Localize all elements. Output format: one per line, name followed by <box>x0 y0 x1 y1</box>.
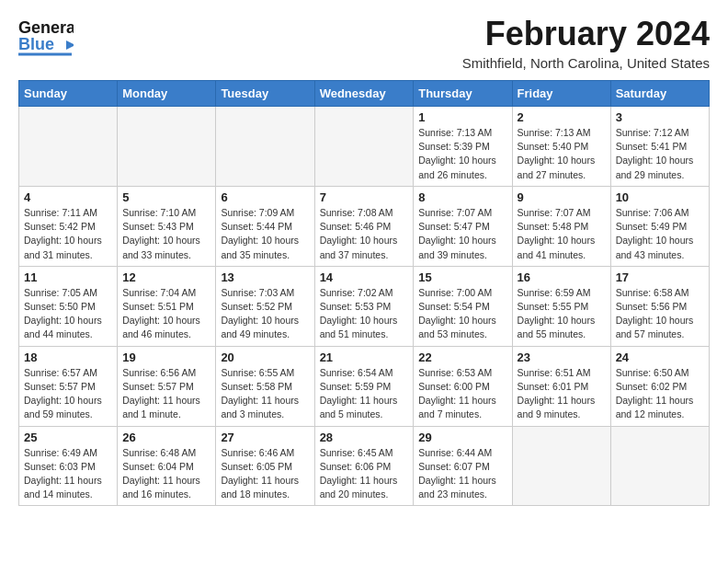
week-row-3: 11Sunrise: 7:05 AMSunset: 5:50 PMDayligh… <box>19 266 710 346</box>
calendar-cell: 26Sunrise: 6:48 AMSunset: 6:04 PMDayligh… <box>118 426 216 506</box>
day-number: 11 <box>24 270 112 284</box>
day-info: Sunrise: 7:05 AMSunset: 5:50 PMDaylight:… <box>24 286 112 342</box>
logo-icon: General Blue <box>18 15 74 60</box>
day-number: 24 <box>616 350 704 364</box>
day-info: Sunrise: 6:45 AMSunset: 6:06 PMDaylight:… <box>320 446 409 502</box>
day-info: Sunrise: 6:44 AMSunset: 6:07 PMDaylight:… <box>418 446 506 502</box>
calendar-cell: 12Sunrise: 7:04 AMSunset: 5:51 PMDayligh… <box>118 266 216 346</box>
header-day-tuesday: Tuesday <box>216 81 314 107</box>
day-number: 2 <box>518 110 606 124</box>
calendar-cell: 18Sunrise: 6:57 AMSunset: 5:57 PMDayligh… <box>19 346 118 426</box>
calendar-cell: 11Sunrise: 7:05 AMSunset: 5:50 PMDayligh… <box>19 266 118 346</box>
calendar-cell: 28Sunrise: 6:45 AMSunset: 6:06 PMDayligh… <box>314 426 414 506</box>
day-info: Sunrise: 6:51 AMSunset: 6:01 PMDaylight:… <box>518 366 606 422</box>
day-info: Sunrise: 7:02 AMSunset: 5:53 PMDaylight:… <box>320 286 409 342</box>
day-number: 19 <box>122 350 210 364</box>
subtitle: Smithfield, North Carolina, United State… <box>462 55 710 71</box>
day-info: Sunrise: 7:00 AMSunset: 5:54 PMDaylight:… <box>418 286 506 342</box>
calendar-cell <box>610 426 709 506</box>
day-number: 16 <box>518 270 606 284</box>
svg-text:Blue: Blue <box>18 35 54 53</box>
day-number: 23 <box>518 350 606 364</box>
header-day-sunday: Sunday <box>19 81 118 107</box>
day-number: 5 <box>122 190 210 204</box>
calendar-cell: 14Sunrise: 7:02 AMSunset: 5:53 PMDayligh… <box>314 266 414 346</box>
calendar-cell: 1Sunrise: 7:13 AMSunset: 5:39 PMDaylight… <box>414 107 512 187</box>
calendar-cell: 20Sunrise: 6:55 AMSunset: 5:58 PMDayligh… <box>216 346 314 426</box>
day-number: 28 <box>320 431 409 444</box>
header-day-wednesday: Wednesday <box>314 81 414 107</box>
day-number: 1 <box>418 110 506 124</box>
week-row-5: 25Sunrise: 6:49 AMSunset: 6:03 PMDayligh… <box>19 426 710 506</box>
main-title: February 2024 <box>462 15 710 53</box>
day-number: 12 <box>122 270 210 284</box>
day-info: Sunrise: 7:13 AMSunset: 5:39 PMDaylight:… <box>418 126 506 182</box>
day-info: Sunrise: 7:07 AMSunset: 5:48 PMDaylight:… <box>518 206 606 262</box>
calendar-cell: 6Sunrise: 7:09 AMSunset: 5:44 PMDaylight… <box>216 186 314 266</box>
calendar-cell: 21Sunrise: 6:54 AMSunset: 5:59 PMDayligh… <box>314 346 414 426</box>
calendar-cell: 10Sunrise: 7:06 AMSunset: 5:49 PMDayligh… <box>610 186 709 266</box>
day-info: Sunrise: 6:50 AMSunset: 6:02 PMDaylight:… <box>616 366 704 422</box>
calendar-cell: 29Sunrise: 6:44 AMSunset: 6:07 PMDayligh… <box>414 426 512 506</box>
calendar-cell: 2Sunrise: 7:13 AMSunset: 5:40 PMDaylight… <box>512 107 610 187</box>
week-row-4: 18Sunrise: 6:57 AMSunset: 5:57 PMDayligh… <box>19 346 710 426</box>
day-number: 8 <box>418 190 506 204</box>
calendar-cell <box>216 107 314 187</box>
calendar-cell: 3Sunrise: 7:12 AMSunset: 5:41 PMDaylight… <box>610 107 709 187</box>
title-area: February 2024 Smithfield, North Carolina… <box>462 15 710 71</box>
day-info: Sunrise: 6:59 AMSunset: 5:55 PMDaylight:… <box>518 286 606 342</box>
day-info: Sunrise: 7:13 AMSunset: 5:40 PMDaylight:… <box>518 126 606 182</box>
calendar-cell: 25Sunrise: 6:49 AMSunset: 6:03 PMDayligh… <box>19 426 118 506</box>
day-info: Sunrise: 6:58 AMSunset: 5:56 PMDaylight:… <box>616 286 704 342</box>
calendar-body: 1Sunrise: 7:13 AMSunset: 5:39 PMDaylight… <box>19 107 710 506</box>
day-info: Sunrise: 7:08 AMSunset: 5:46 PMDaylight:… <box>320 206 409 262</box>
day-info: Sunrise: 7:10 AMSunset: 5:43 PMDaylight:… <box>122 206 210 262</box>
calendar-table: SundayMondayTuesdayWednesdayThursdayFrid… <box>18 80 710 506</box>
svg-marker-2 <box>66 40 74 50</box>
calendar-cell <box>19 107 118 187</box>
calendar-cell: 8Sunrise: 7:07 AMSunset: 5:47 PMDaylight… <box>414 186 512 266</box>
calendar-cell: 7Sunrise: 7:08 AMSunset: 5:46 PMDaylight… <box>314 186 414 266</box>
day-number: 10 <box>616 190 704 204</box>
day-number: 6 <box>221 190 309 204</box>
day-info: Sunrise: 7:11 AMSunset: 5:42 PMDaylight:… <box>24 206 112 262</box>
calendar-cell: 16Sunrise: 6:59 AMSunset: 5:55 PMDayligh… <box>512 266 610 346</box>
day-info: Sunrise: 7:07 AMSunset: 5:47 PMDaylight:… <box>418 206 506 262</box>
svg-text:General: General <box>18 18 74 37</box>
day-info: Sunrise: 6:57 AMSunset: 5:57 PMDaylight:… <box>24 366 112 422</box>
calendar-cell <box>118 107 216 187</box>
day-info: Sunrise: 6:48 AMSunset: 6:04 PMDaylight:… <box>122 446 210 502</box>
calendar-cell <box>314 107 414 187</box>
day-number: 18 <box>24 350 112 364</box>
day-info: Sunrise: 6:53 AMSunset: 6:00 PMDaylight:… <box>418 366 506 422</box>
calendar-cell: 17Sunrise: 6:58 AMSunset: 5:56 PMDayligh… <box>610 266 709 346</box>
day-number: 29 <box>418 431 506 444</box>
day-number: 21 <box>320 350 409 364</box>
header-row: SundayMondayTuesdayWednesdayThursdayFrid… <box>19 81 710 107</box>
day-number: 4 <box>24 190 112 204</box>
calendar-cell: 4Sunrise: 7:11 AMSunset: 5:42 PMDaylight… <box>19 186 118 266</box>
day-info: Sunrise: 7:04 AMSunset: 5:51 PMDaylight:… <box>122 286 210 342</box>
day-info: Sunrise: 6:55 AMSunset: 5:58 PMDaylight:… <box>221 366 309 422</box>
week-row-1: 1Sunrise: 7:13 AMSunset: 5:39 PMDaylight… <box>19 107 710 187</box>
day-number: 25 <box>24 431 112 444</box>
logo: General Blue <box>18 15 77 60</box>
day-info: Sunrise: 6:54 AMSunset: 5:59 PMDaylight:… <box>320 366 409 422</box>
header-day-monday: Monday <box>118 81 216 107</box>
calendar-cell: 15Sunrise: 7:00 AMSunset: 5:54 PMDayligh… <box>414 266 512 346</box>
header-day-saturday: Saturday <box>610 81 709 107</box>
day-info: Sunrise: 7:12 AMSunset: 5:41 PMDaylight:… <box>616 126 704 182</box>
week-row-2: 4Sunrise: 7:11 AMSunset: 5:42 PMDaylight… <box>19 186 710 266</box>
day-info: Sunrise: 7:03 AMSunset: 5:52 PMDaylight:… <box>221 286 309 342</box>
day-number: 20 <box>221 350 309 364</box>
day-info: Sunrise: 7:06 AMSunset: 5:49 PMDaylight:… <box>616 206 704 262</box>
day-number: 3 <box>616 110 704 124</box>
day-number: 7 <box>320 190 409 204</box>
day-info: Sunrise: 7:09 AMSunset: 5:44 PMDaylight:… <box>221 206 309 262</box>
day-number: 27 <box>221 431 309 444</box>
calendar-cell: 22Sunrise: 6:53 AMSunset: 6:00 PMDayligh… <box>414 346 512 426</box>
day-number: 14 <box>320 270 409 284</box>
day-info: Sunrise: 6:46 AMSunset: 6:05 PMDaylight:… <box>221 446 309 502</box>
calendar-header: SundayMondayTuesdayWednesdayThursdayFrid… <box>19 81 710 107</box>
day-number: 15 <box>418 270 506 284</box>
